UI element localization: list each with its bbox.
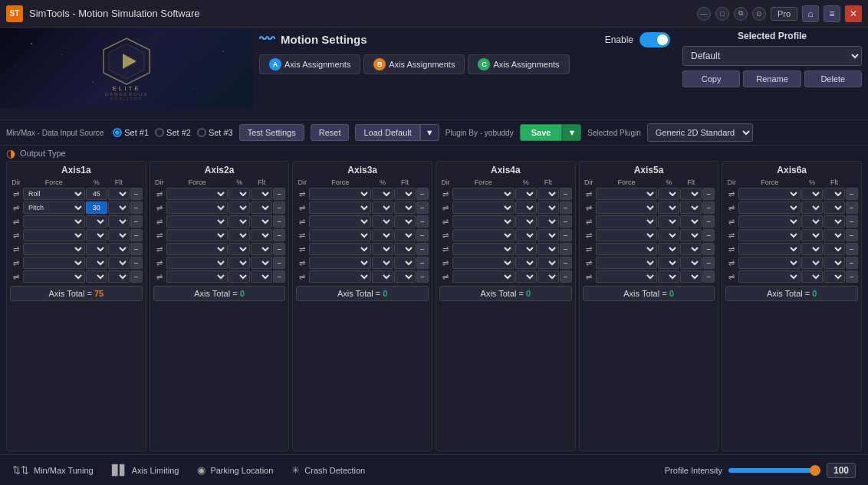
flt-select-1-6[interactable]: [108, 257, 130, 269]
select-2-7-2[interactable]: [251, 270, 272, 283]
select-6-2-0[interactable]: [738, 202, 801, 214]
minus-btn-1-6[interactable]: −: [130, 257, 143, 269]
select-4-5-2[interactable]: [538, 243, 559, 255]
select-5-4-2[interactable]: [680, 229, 702, 241]
minus-btn-6-3[interactable]: −: [846, 215, 858, 228]
select-5-5-1[interactable]: [658, 243, 679, 255]
select-5-6-1[interactable]: [658, 257, 679, 269]
select-5-2-1[interactable]: [658, 202, 679, 214]
select-3-3-0[interactable]: [309, 215, 371, 228]
select-4-4-2[interactable]: [538, 229, 559, 241]
intensity-slider[interactable]: [728, 468, 820, 473]
select-2-3-0[interactable]: [166, 215, 229, 228]
pct-select-1-7[interactable]: [86, 270, 107, 283]
reset-button[interactable]: Reset: [311, 124, 350, 141]
select-4-1-0[interactable]: [452, 188, 515, 200]
axis-limiting[interactable]: ▊▋ Axis Limiting: [112, 464, 179, 476]
minus-btn-4-5[interactable]: −: [560, 243, 572, 255]
pct-select-1-3[interactable]: [86, 215, 107, 228]
select-6-7-0[interactable]: [738, 270, 801, 283]
select-4-6-1[interactable]: [515, 257, 537, 269]
select-6-5-2[interactable]: [824, 243, 845, 255]
select-5-1-1[interactable]: [658, 188, 679, 200]
flt-select-1-3[interactable]: [108, 215, 130, 228]
minus-btn-1-1[interactable]: −: [130, 188, 143, 200]
axis-tab-c[interactable]: C Axis Assignments: [468, 54, 569, 74]
select-3-3-2[interactable]: [394, 215, 416, 228]
minus-btn-4-2[interactable]: −: [560, 202, 572, 214]
select-4-6-0[interactable]: [452, 257, 515, 269]
select-4-4-1[interactable]: [515, 229, 537, 241]
select-4-7-1[interactable]: [515, 270, 537, 283]
select-3-3-1[interactable]: [372, 215, 393, 228]
select-4-2-1[interactable]: [515, 202, 537, 214]
minimize-button[interactable]: —: [697, 7, 711, 21]
close-button[interactable]: ✕: [845, 5, 862, 22]
select-3-4-0[interactable]: [309, 229, 371, 241]
select-6-5-1[interactable]: [801, 243, 823, 255]
minus-btn-2-4[interactable]: −: [273, 229, 285, 241]
select-4-5-1[interactable]: [515, 243, 537, 255]
select-4-1-2[interactable]: [538, 188, 559, 200]
select-5-1-0[interactable]: [596, 188, 658, 200]
select-5-5-2[interactable]: [680, 243, 702, 255]
select-5-5-0[interactable]: [596, 243, 658, 255]
enable-toggle[interactable]: [639, 32, 670, 48]
minus-btn-5-4[interactable]: −: [702, 229, 715, 241]
select-2-2-0[interactable]: [166, 202, 229, 214]
minus-btn-6-1[interactable]: −: [846, 188, 858, 200]
select-5-2-2[interactable]: [680, 202, 702, 214]
flt-select-1-1[interactable]: [108, 188, 130, 200]
select-4-3-1[interactable]: [515, 215, 537, 228]
select-4-7-2[interactable]: [538, 270, 559, 283]
force-select-1-4[interactable]: [23, 229, 85, 241]
minus-btn-2-2[interactable]: −: [273, 202, 285, 214]
save-button[interactable]: Save: [520, 124, 563, 141]
radio-set2[interactable]: Set #2: [155, 128, 191, 137]
select-6-1-2[interactable]: [824, 188, 845, 200]
axis-tab-a[interactable]: A Axis Assignments: [259, 54, 360, 74]
delete-button[interactable]: Delete: [804, 70, 862, 87]
axis-tab-b[interactable]: B Axis Assignments: [363, 54, 465, 74]
select-3-1-1[interactable]: [372, 188, 393, 200]
minus-btn-5-3[interactable]: −: [702, 215, 715, 228]
minus-btn-2-3[interactable]: −: [273, 215, 285, 228]
minus-btn-3-5[interactable]: −: [416, 243, 429, 255]
select-3-2-0[interactable]: [309, 202, 371, 214]
flt-select-1-5[interactable]: [108, 243, 130, 255]
select-2-6-0[interactable]: [166, 257, 229, 269]
select-2-7-0[interactable]: [166, 270, 229, 283]
minmax-tuning[interactable]: ⇅⇅ Min/Max Tuning: [12, 464, 94, 476]
minus-btn-3-3[interactable]: −: [416, 215, 429, 228]
minus-btn-3-6[interactable]: −: [416, 257, 429, 269]
save-arrow[interactable]: ▼: [562, 124, 581, 141]
select-3-7-2[interactable]: [394, 270, 416, 283]
minus-btn-5-6[interactable]: −: [702, 257, 715, 269]
select-5-4-0[interactable]: [596, 229, 658, 241]
minus-btn-6-4[interactable]: −: [846, 229, 858, 241]
parking-location[interactable]: ◉ Parking Location: [197, 464, 273, 476]
flt-select-1-4[interactable]: [108, 229, 130, 241]
select-3-6-2[interactable]: [394, 257, 416, 269]
select-6-6-2[interactable]: [824, 257, 845, 269]
minus-btn-1-5[interactable]: −: [130, 243, 143, 255]
select-2-3-1[interactable]: [229, 215, 250, 228]
profile-dropdown[interactable]: Default: [682, 46, 862, 66]
minus-btn-6-6[interactable]: −: [846, 257, 858, 269]
select-3-1-2[interactable]: [394, 188, 416, 200]
minus-btn-5-7[interactable]: −: [702, 270, 715, 283]
select-2-1-1[interactable]: [229, 188, 250, 200]
select-2-3-2[interactable]: [251, 215, 272, 228]
load-default-arrow[interactable]: ▼: [420, 124, 439, 141]
select-3-7-1[interactable]: [372, 270, 393, 283]
select-6-3-1[interactable]: [801, 215, 823, 228]
load-default-button[interactable]: Load Default: [355, 124, 419, 141]
rename-button[interactable]: Rename: [743, 70, 801, 87]
select-3-4-2[interactable]: [394, 229, 416, 241]
select-5-4-1[interactable]: [658, 229, 679, 241]
select-5-2-0[interactable]: [596, 202, 658, 214]
force-select-1-6[interactable]: [23, 257, 85, 269]
percent-1-1[interactable]: [86, 188, 107, 200]
pct-select-1-5[interactable]: [86, 243, 107, 255]
select-5-7-1[interactable]: [658, 270, 679, 283]
